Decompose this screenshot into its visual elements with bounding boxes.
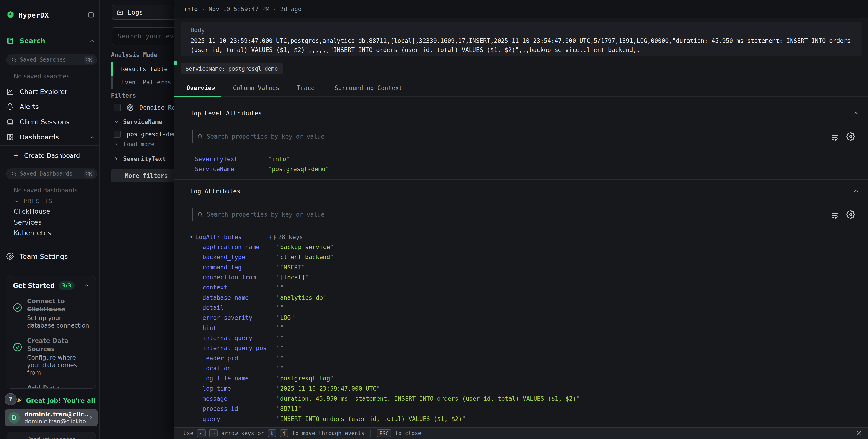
tab-overview[interactable]: Overview — [186, 80, 215, 96]
attribute-key[interactable]: command_tag — [203, 262, 242, 272]
attribute-value[interactable]: "" — [277, 303, 284, 313]
get-started-item-add-data[interactable]: Add Data Start sending logs, metrics, or… — [13, 384, 90, 388]
attribute-key[interactable]: LogAttributes — [195, 232, 242, 242]
service-checkbox[interactable] — [114, 131, 121, 138]
gear-icon[interactable] — [846, 132, 855, 141]
attribute-value[interactable]: "INSERT INTO orders (user_id, total) VAL… — [277, 414, 466, 424]
gear-icon[interactable] — [846, 210, 855, 219]
attribute-key[interactable]: log_time — [203, 384, 231, 394]
attribute-value[interactable]: "postgresql.log" — [277, 373, 334, 383]
service-name-chip[interactable]: ServiceName: postgresql-demo — [181, 63, 283, 74]
chevron-up-icon[interactable] — [89, 38, 95, 44]
attribute-key[interactable]: location — [203, 363, 231, 373]
sidebar-item-dashboards[interactable]: Dashboards — [6, 131, 59, 143]
attribute-value[interactable]: "analytics_db" — [277, 293, 327, 303]
event-search-input[interactable] — [112, 33, 175, 40]
attribute-key[interactable]: backend_type — [203, 252, 245, 262]
help-button[interactable]: ? — [5, 393, 17, 405]
close-icon[interactable] — [856, 430, 862, 437]
product-updates-card[interactable]: Product updates — [7, 432, 96, 439]
log-attributes-search-input[interactable] — [207, 211, 371, 218]
preset-clickhouse[interactable]: ClickHouse — [14, 208, 50, 215]
attribute-key[interactable]: internal_query — [203, 333, 252, 343]
attribute-value[interactable]: "info" — [268, 154, 290, 164]
user-menu[interactable]: D dominic.tran@clic... dominic.tran@clic… — [5, 409, 98, 427]
attribute-value[interactable]: "" — [277, 333, 284, 343]
chevron-up-icon[interactable] — [852, 188, 859, 195]
attribute-row[interactable]: process_id"88711" — [175, 404, 835, 414]
attribute-value[interactable]: "2025-11-10 23:59:47.000 UTC" — [277, 384, 380, 394]
severity-group-toggle[interactable]: SeverityText — [114, 154, 166, 164]
sidebar-item-client-sessions[interactable]: Client Sessions — [6, 116, 69, 128]
top-level-search-box[interactable] — [192, 130, 371, 143]
attribute-row[interactable]: message"duration: 45.950 ms statement: I… — [175, 394, 835, 404]
attribute-value[interactable]: "INSERT" — [277, 262, 305, 272]
sidebar-item-chart-explorer[interactable]: Chart Explorer — [6, 86, 67, 98]
attribute-row[interactable]: database_name"analytics_db" — [175, 293, 835, 303]
attribute-key[interactable]: query — [203, 414, 220, 424]
attribute-key[interactable]: ServiceName — [195, 164, 234, 174]
attribute-value[interactable]: "" — [277, 343, 284, 353]
attribute-value[interactable]: "LOG" — [277, 313, 294, 323]
attribute-key[interactable]: hint — [203, 323, 217, 333]
source-select[interactable]: Logs — [112, 5, 175, 20]
chevron-up-icon[interactable] — [89, 134, 95, 140]
attribute-row[interactable]: detail"" — [175, 303, 835, 313]
service-name-group-toggle[interactable]: ServiceName — [114, 117, 162, 127]
attribute-key[interactable]: leader_pid — [203, 353, 238, 363]
tab-trace[interactable]: Trace — [297, 80, 315, 96]
attribute-value[interactable]: "" — [277, 353, 284, 363]
saved-searches-input[interactable]: ⌘K — [6, 54, 97, 65]
attribute-row[interactable]: query"INSERT INTO orders (user_id, total… — [175, 414, 835, 424]
get-started-item-sources[interactable]: Create Data Sources Configure where your… — [13, 337, 90, 377]
more-filters-button[interactable]: More filters — [111, 169, 175, 182]
body-text[interactable]: 2025-11-10 23:59:47.000 UTC,postgres,ana… — [191, 36, 852, 55]
attribute-key[interactable]: message — [203, 394, 227, 404]
get-started-item-connect[interactable]: Connect to ClickHouse Set up your databa… — [13, 297, 90, 330]
mode-results-table[interactable]: Results Table — [111, 62, 168, 76]
attribute-key[interactable]: application_name — [203, 242, 259, 252]
attribute-row[interactable]: context"" — [175, 282, 835, 292]
attribute-row[interactable]: ServiceName "postgresql-demo" — [175, 164, 835, 174]
attribute-row[interactable]: location"" — [175, 363, 835, 373]
service-filter-option[interactable]: postgresql-demo — [114, 129, 175, 140]
log-attributes-root-row[interactable]: ▾ LogAttributes {} 28 keys — [175, 232, 835, 242]
sidebar-toggle-icon[interactable] — [87, 11, 95, 18]
tab-column-values[interactable]: Column Values — [233, 80, 279, 96]
attribute-value[interactable]: "duration: 45.950 ms statement: INSERT I… — [277, 394, 580, 404]
attribute-key[interactable]: database_name — [203, 293, 249, 303]
attribute-value[interactable]: "postgresql-demo" — [268, 164, 329, 174]
attribute-key[interactable]: log.file.name — [203, 373, 249, 383]
preset-services[interactable]: Services — [14, 218, 41, 226]
mode-event-patterns[interactable]: Event Patterns — [111, 76, 171, 89]
saved-dashboards-input[interactable]: ⌘K — [6, 168, 97, 179]
wrap-lines-icon[interactable] — [831, 211, 839, 220]
attribute-value[interactable]: "" — [277, 323, 284, 333]
event-search-box[interactable] — [112, 27, 175, 45]
attribute-value[interactable]: "client backend" — [277, 252, 334, 262]
attribute-row[interactable]: log.file.name"postgresql.log" — [175, 373, 835, 383]
attribute-value[interactable]: "88711" — [277, 404, 302, 414]
saved-dashboards-field[interactable] — [20, 170, 84, 177]
attribute-row[interactable]: leader_pid"" — [175, 353, 835, 363]
attribute-key[interactable]: detail — [203, 303, 224, 313]
attribute-row[interactable]: application_name"backup_service" — [175, 242, 835, 252]
attribute-key[interactable]: context — [203, 282, 227, 292]
tab-surrounding-context[interactable]: Surrounding Context — [335, 80, 402, 96]
presets-group-toggle[interactable]: PRESETS — [14, 196, 53, 206]
chevron-up-icon[interactable] — [852, 110, 859, 117]
attribute-key[interactable]: internal_query_pos — [203, 343, 267, 353]
chevron-up-icon[interactable] — [84, 283, 90, 288]
attribute-value[interactable]: "[local]" — [277, 272, 309, 282]
attribute-row[interactable]: internal_query"" — [175, 333, 835, 343]
get-started-header[interactable]: Get Started 3/3 — [13, 282, 90, 290]
sidebar-item-alerts[interactable]: Alerts — [6, 101, 39, 113]
attribute-value[interactable]: "" — [277, 363, 284, 373]
log-attributes-search-box[interactable] — [192, 208, 371, 221]
attribute-key[interactable]: error_severity — [203, 313, 252, 323]
sidebar-item-team-settings[interactable]: Team Settings — [6, 250, 68, 262]
app-logo[interactable]: HyperDX — [7, 9, 49, 22]
attribute-value[interactable]: "" — [277, 282, 284, 292]
denoise-results-option[interactable]: Denoise Results — [114, 101, 175, 114]
load-more-button[interactable]: Load more — [114, 139, 154, 149]
